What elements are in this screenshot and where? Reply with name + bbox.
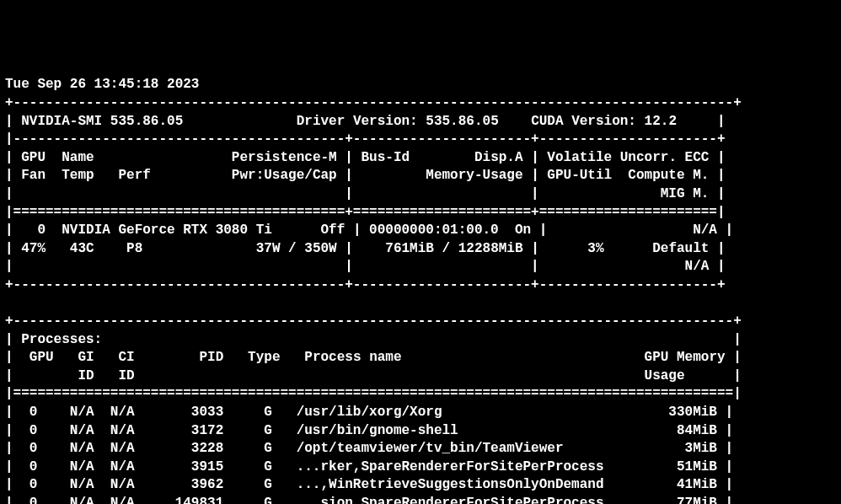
hdr-gpuutil: GPU-Util — [547, 168, 612, 183]
gpu-busid: 00000000:01:00.0 — [369, 223, 499, 238]
gpu-temp: 43C — [70, 241, 94, 256]
proc-title: Processes: — [21, 332, 102, 347]
gpu-util: 3% — [587, 241, 603, 256]
ph-usage: Usage — [645, 368, 685, 383]
hdr-uncorr: Uncorr. — [620, 150, 677, 165]
hdr-pwr: Pwr:Usage/Cap — [232, 168, 337, 183]
gpu-mem-total: 12288MiB — [458, 241, 523, 256]
gpu-mem-used: 761MiB — [385, 241, 434, 256]
hdr-temp: Temp — [62, 168, 94, 183]
driver-label: Driver Version: — [297, 114, 418, 129]
hdr-mig: MIG M. — [661, 186, 710, 201]
gpu-ecc: N/A — [693, 223, 717, 238]
ph-gi: GI — [78, 350, 94, 365]
ph-ci: CI — [118, 350, 134, 365]
hdr-busid: Bus-Id — [362, 150, 410, 165]
smi-label: NVIDIA-SMI — [21, 114, 102, 129]
ph-type: Type — [248, 350, 280, 365]
ph-gpu: GPU — [29, 350, 54, 365]
gpu-pwr-usage: 37W — [256, 241, 281, 256]
gpu-fan: 47% — [21, 241, 46, 256]
driver-version: 535.86.05 — [426, 114, 498, 129]
ph-pname: Process name — [304, 350, 401, 365]
gpu-name: NVIDIA GeForce RTX 3080 Ti — [62, 223, 272, 238]
hdr-gpu: GPU — [21, 150, 46, 165]
hdr-name: Name — [62, 150, 94, 165]
hdr-disp: Disp.A — [474, 150, 523, 165]
ph-id1: ID — [78, 368, 94, 383]
gpu-perf: P8 — [126, 241, 142, 256]
timestamp: Tue Sep 26 13:45:18 2023 — [5, 77, 199, 92]
ph-gpumem: GPU Memory — [645, 350, 726, 365]
hdr-persist: Persistence-M — [232, 150, 337, 165]
hdr-perf: Perf — [118, 168, 150, 183]
gpu-compute: Default — [652, 241, 709, 256]
cuda-label: CUDA Version: — [531, 114, 636, 129]
ph-id2: ID — [118, 368, 134, 383]
terminal-output: Tue Sep 26 13:45:18 2023 +--------------… — [5, 76, 836, 504]
gpu-disp: On — [515, 223, 531, 238]
smi-version: 535.86.05 — [110, 114, 183, 129]
gpu-index: 0 — [37, 223, 46, 238]
hdr-volatile: Volatile — [547, 150, 612, 165]
gpu-persist: Off — [320, 223, 345, 238]
ph-pid: PID — [199, 350, 223, 365]
hdr-compute: Compute M. — [628, 168, 709, 183]
gpu-mig: N/A — [685, 259, 710, 274]
hdr-ecc: ECC — [685, 150, 710, 165]
gpu-pwr-cap: 350W — [304, 241, 336, 256]
hdr-fan: Fan — [21, 168, 46, 183]
hdr-memusage: Memory-Usage — [426, 168, 522, 183]
cuda-version: 12.2 — [645, 114, 677, 129]
